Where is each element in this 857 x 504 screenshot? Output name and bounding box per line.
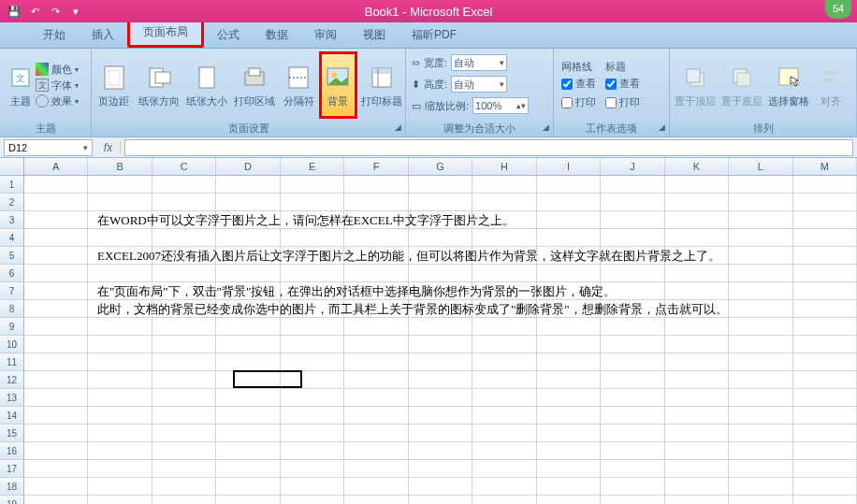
cell[interactable] — [601, 389, 664, 407]
cell[interactable] — [344, 460, 408, 478]
cell[interactable] — [472, 496, 536, 504]
cell[interactable] — [88, 194, 152, 211]
cell[interactable] — [601, 336, 664, 353]
cell[interactable] — [24, 371, 88, 389]
cell[interactable] — [281, 229, 344, 247]
cell[interactable] — [665, 176, 729, 194]
cell[interactable] — [472, 442, 536, 460]
size-button[interactable]: 纸张大小 — [183, 51, 231, 119]
cell[interactable] — [88, 496, 152, 504]
bring-to-front-button[interactable]: 置于顶层 — [672, 51, 719, 119]
cell[interactable] — [665, 211, 729, 229]
cell[interactable] — [24, 425, 88, 442]
cell[interactable] — [24, 265, 88, 282]
cell[interactable] — [216, 194, 280, 211]
tab-data[interactable]: 数据 — [253, 22, 301, 48]
cell[interactable] — [24, 336, 88, 353]
cell[interactable] — [537, 407, 601, 425]
margins-button[interactable]: 页边距 — [92, 51, 136, 119]
cell[interactable] — [216, 442, 280, 460]
cell[interactable] — [729, 282, 792, 300]
cell[interactable] — [729, 407, 792, 425]
cell[interactable] — [537, 353, 601, 371]
cell[interactable] — [88, 229, 152, 247]
cell[interactable] — [537, 389, 601, 407]
cell[interactable] — [665, 478, 729, 496]
column-header[interactable]: F — [344, 158, 408, 175]
cell[interactable] — [793, 336, 857, 353]
headings-view-checkbox[interactable]: 查看 — [605, 76, 640, 93]
cell[interactable] — [601, 425, 664, 442]
cell[interactable] — [216, 371, 280, 389]
cell[interactable] — [281, 176, 344, 194]
cell[interactable] — [472, 425, 536, 442]
cell[interactable] — [665, 425, 729, 442]
cell[interactable] — [216, 318, 280, 336]
column-header[interactable]: A — [24, 158, 88, 175]
cell[interactable] — [472, 265, 536, 282]
cell[interactable] — [88, 389, 152, 407]
cell[interactable] — [793, 300, 857, 318]
cell[interactable] — [344, 229, 408, 247]
cell[interactable] — [216, 265, 280, 282]
cell[interactable] — [281, 389, 344, 407]
cell[interactable] — [281, 407, 344, 425]
cell[interactable] — [472, 478, 536, 496]
cell[interactable] — [601, 460, 664, 478]
cell[interactable] — [729, 353, 792, 371]
cell[interactable] — [729, 300, 792, 318]
row-header[interactable]: 17 — [0, 460, 24, 478]
row-header[interactable]: 7 — [0, 282, 24, 300]
cell[interactable] — [216, 229, 280, 247]
page-setup-launcher-icon[interactable]: ◢ — [392, 122, 403, 134]
cell[interactable] — [665, 496, 729, 504]
row-header[interactable]: 13 — [0, 389, 24, 407]
orientation-button[interactable]: 纸张方向 — [136, 51, 183, 119]
cell[interactable] — [729, 460, 792, 478]
column-header[interactable]: I — [537, 158, 601, 175]
cell[interactable] — [88, 425, 152, 442]
cell[interactable] — [153, 425, 216, 442]
cell[interactable] — [793, 194, 857, 211]
cell[interactable] — [153, 478, 216, 496]
row-header[interactable]: 14 — [0, 407, 24, 425]
cell[interactable] — [537, 176, 601, 194]
cell[interactable] — [537, 425, 601, 442]
cell[interactable] — [88, 318, 152, 336]
cell[interactable] — [793, 496, 857, 504]
cell[interactable] — [24, 211, 88, 229]
row-header[interactable]: 5 — [0, 247, 24, 265]
cell[interactable] — [409, 229, 472, 247]
cell[interactable] — [537, 460, 601, 478]
cell[interactable] — [216, 478, 280, 496]
cell[interactable] — [216, 425, 280, 442]
cell[interactable] — [344, 389, 408, 407]
cell[interactable] — [281, 371, 344, 389]
cell[interactable] — [153, 496, 216, 504]
cell[interactable] — [216, 176, 280, 194]
scale-launcher-icon[interactable]: ◢ — [540, 122, 551, 134]
cell[interactable] — [88, 336, 152, 353]
row-header[interactable]: 15 — [0, 425, 24, 442]
cell[interactable] — [729, 336, 792, 353]
cell[interactable] — [729, 318, 792, 336]
cell[interactable] — [601, 496, 664, 504]
cell[interactable] — [793, 211, 857, 229]
cell[interactable] — [344, 176, 408, 194]
cell[interactable] — [665, 407, 729, 425]
cell[interactable] — [472, 229, 536, 247]
cell[interactable] — [729, 229, 792, 247]
row-header[interactable]: 9 — [0, 318, 24, 336]
cell[interactable] — [793, 247, 857, 265]
cell[interactable] — [24, 460, 88, 478]
width-combo[interactable]: 自动▾ — [451, 54, 507, 71]
cell[interactable] — [344, 194, 408, 211]
cell[interactable] — [729, 496, 792, 504]
cell[interactable] — [729, 371, 792, 389]
cell[interactable] — [153, 265, 216, 282]
cell[interactable] — [537, 478, 601, 496]
cell[interactable] — [472, 460, 536, 478]
cell[interactable] — [665, 442, 729, 460]
cell[interactable] — [24, 282, 88, 300]
cell[interactable] — [153, 371, 216, 389]
